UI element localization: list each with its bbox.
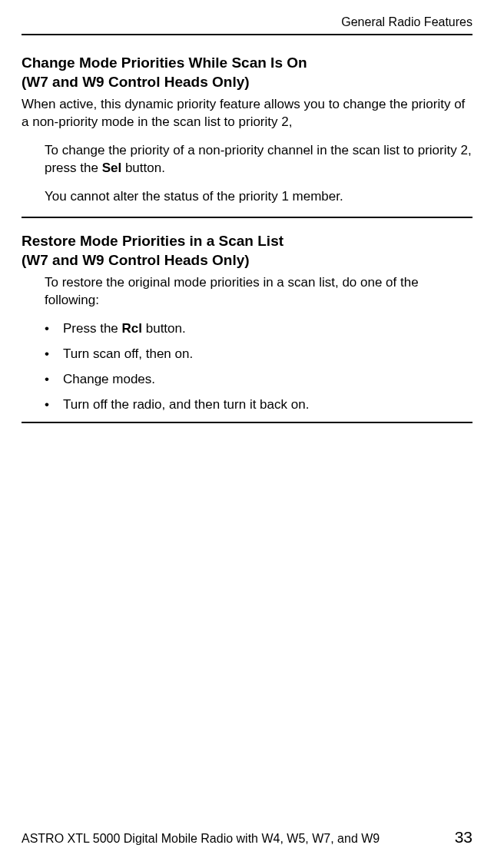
bullet-pre: Change modes. bbox=[63, 372, 155, 386]
section1-step: To change the priority of a non-priority… bbox=[45, 142, 472, 177]
bullet-pre: Turn scan off, then on. bbox=[63, 346, 193, 361]
section1-rule bbox=[22, 217, 472, 218]
list-item: Change modes. bbox=[45, 371, 472, 389]
bullet-bold: Rcl bbox=[122, 321, 142, 336]
section2-heading-line2: (W7 and W9 Control Heads Only) bbox=[22, 252, 250, 268]
section2-bullets: Press the Rcl button. Turn scan off, the… bbox=[45, 320, 472, 414]
running-header: General Radio Features bbox=[22, 15, 472, 29]
section1-heading: Change Mode Priorities While Scan Is On … bbox=[22, 54, 472, 91]
section1-intro: When active, this dynamic priority featu… bbox=[22, 96, 472, 131]
section1-heading-line1: Change Mode Priorities While Scan Is On bbox=[22, 55, 307, 71]
section1-note: You cannot alter the status of the prior… bbox=[45, 188, 472, 206]
footer-text: ASTRO XTL 5000 Digital Mobile Radio with… bbox=[22, 832, 380, 846]
section1-step-post: button. bbox=[121, 161, 165, 175]
section2-heading: Restore Mode Priorities in a Scan List (… bbox=[22, 232, 472, 270]
bullet-pre: Turn off the radio, and then turn it bac… bbox=[63, 397, 309, 412]
section-restore-mode: Restore Mode Priorities in a Scan List (… bbox=[22, 232, 472, 414]
list-item: Turn scan off, then on. bbox=[45, 346, 472, 363]
page-number: 33 bbox=[455, 828, 472, 846]
list-item: Turn off the radio, and then turn it bac… bbox=[45, 396, 472, 414]
footer: ASTRO XTL 5000 Digital Mobile Radio with… bbox=[22, 828, 472, 846]
section2-intro: To restore the original mode priorities … bbox=[45, 274, 472, 310]
section2-heading-line1: Restore Mode Priorities in a Scan List bbox=[22, 233, 283, 249]
header-title: General Radio Features bbox=[341, 15, 472, 28]
list-item: Press the Rcl button. bbox=[45, 320, 472, 338]
section1-heading-line2: (W7 and W9 Control Heads Only) bbox=[22, 74, 250, 90]
section2-rule bbox=[22, 422, 472, 423]
bullet-pre: Press the bbox=[63, 321, 122, 336]
section1-step-bold: Sel bbox=[102, 161, 122, 175]
section-change-mode: Change Mode Priorities While Scan Is On … bbox=[22, 54, 472, 206]
header-rule bbox=[22, 34, 472, 35]
bullet-post: button. bbox=[142, 321, 186, 336]
